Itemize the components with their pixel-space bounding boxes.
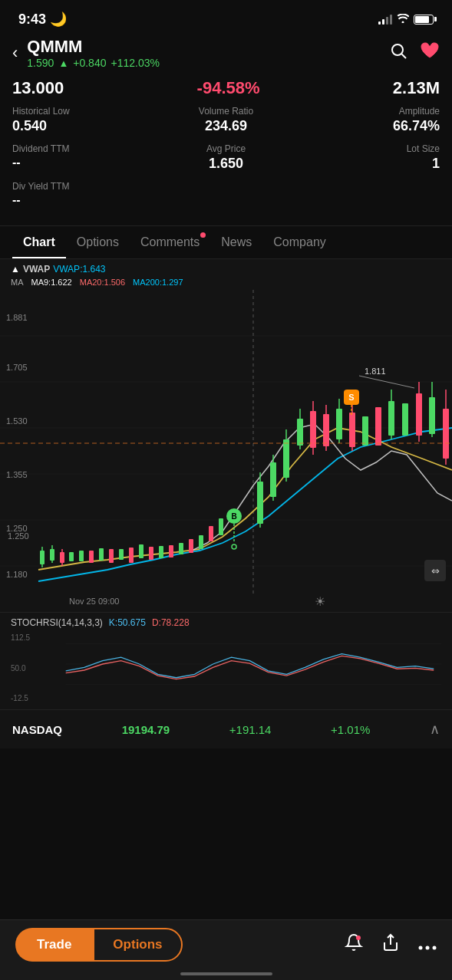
- chart-indicators: ▲ VWAP VWAP:1.643: [0, 259, 452, 276]
- stock-header: ‹ QMMM 1.590 ▲ +0.840 +112.03%: [0, 34, 452, 75]
- stochrsi-svg: [11, 630, 441, 699]
- nasdaq-name: NASDAQ: [12, 723, 62, 736]
- tab-options[interactable]: Options: [66, 226, 130, 258]
- status-time: 9:43 🌙: [18, 11, 67, 28]
- svg-text:1.705: 1.705: [6, 363, 28, 372]
- svg-rect-34: [169, 545, 173, 557]
- candlestick-chart[interactable]: 1.881 1.705 1.530 1.355 1.250 1.180: [0, 290, 452, 612]
- svg-text:1.180: 1.180: [6, 570, 28, 579]
- svg-text:1.811: 1.811: [365, 367, 386, 376]
- svg-rect-54: [402, 403, 408, 436]
- svg-point-0: [392, 44, 403, 55]
- svg-point-40: [232, 544, 236, 549]
- status-icons: [378, 14, 434, 25]
- trade-button[interactable]: Trade: [15, 928, 93, 962]
- ma200-indicator: MA200:1.297: [133, 278, 183, 287]
- stochrsi-header: STOCHRSI(14,14,3,3) K:50.675 D:78.228: [11, 617, 441, 628]
- stat-avg-price-label: Avg Price: [155, 143, 298, 154]
- svg-rect-21: [99, 548, 104, 561]
- stats-row-3: Div Yield TTM --: [12, 181, 440, 207]
- stat-volume-ratio: Volume Ratio 234.69: [155, 106, 298, 134]
- tab-bar: Chart Options Comments News Company: [0, 226, 452, 259]
- vwap-value: VWAP:1.643: [53, 264, 105, 275]
- stochrsi-name: STOCHRSI(14,14,3,3): [11, 617, 103, 628]
- options-button[interactable]: Options: [93, 928, 182, 962]
- svg-rect-19: [69, 552, 74, 561]
- stat-volume-ratio-label: Volume Ratio: [155, 106, 298, 117]
- nasdaq-pct: +1.01%: [331, 723, 370, 736]
- svg-rect-30: [89, 551, 94, 563]
- price-change-pct: +112.03%: [111, 57, 159, 69]
- price-arrow: ▲: [58, 58, 68, 69]
- nasdaq-chevron-icon[interactable]: ∧: [430, 721, 440, 738]
- back-button[interactable]: ‹: [12, 44, 18, 61]
- stat-volume-ratio-value: 234.69: [155, 118, 298, 134]
- svg-text:B: B: [231, 512, 236, 521]
- search-icon[interactable]: [389, 41, 407, 64]
- notifications-icon[interactable]: [345, 933, 363, 956]
- svg-rect-36: [209, 526, 213, 541]
- stochrsi-chart-wrapper: 112.5 50.0 -12.5: [11, 630, 441, 706]
- nasdaq-bar[interactable]: NASDAQ 19194.79 +191.14 +1.01% ∧: [0, 709, 452, 748]
- header-actions: [389, 41, 440, 64]
- stat-lot-size-label: Lot Size: [297, 143, 440, 154]
- signal-icon: [378, 14, 392, 25]
- stats-row-2: Dividend TTM -- Avg Price 1.650 Lot Size…: [12, 143, 440, 172]
- tab-news[interactable]: News: [210, 226, 262, 258]
- comments-notification-dot: [200, 232, 206, 238]
- stat-div-yield: Div Yield TTM --: [12, 181, 440, 207]
- svg-point-80: [356, 936, 361, 940]
- svg-rect-31: [109, 549, 114, 563]
- price-change: +0.840: [73, 57, 106, 69]
- tab-chart[interactable]: Chart: [12, 226, 66, 258]
- ma9-indicator: MA9:1.622: [31, 278, 72, 287]
- stat-dividend-label: Dividend TTM: [12, 143, 155, 154]
- stats-section: 13.000 -94.58% 2.13M Historical Low 0.54…: [0, 75, 452, 226]
- stochrsi-section: STOCHRSI(14,14,3,3) K:50.675 D:78.228 11…: [0, 612, 452, 709]
- svg-point-81: [419, 946, 423, 950]
- svg-rect-33: [149, 547, 153, 560]
- svg-text:S: S: [348, 393, 354, 402]
- nasdaq-value: 19194.79: [122, 723, 170, 736]
- svg-rect-32: [129, 548, 134, 563]
- stat-dividend: Dividend TTM --: [12, 143, 155, 172]
- stochrsi-y-labels: 112.5 50.0 -12.5: [11, 630, 41, 706]
- stochrsi-k: K:50.675: [109, 617, 146, 628]
- bottom-nav: Trade Options: [0, 919, 452, 980]
- tab-comments[interactable]: Comments: [130, 226, 210, 258]
- main-value-row: 13.000 -94.58% 2.13M: [12, 78, 440, 98]
- status-bar: 9:43 🌙: [0, 0, 452, 34]
- svg-text:Nov 25 09:00: Nov 25 09:00: [69, 597, 119, 606]
- svg-rect-63: [375, 407, 381, 446]
- stat-historical-low-value: 0.540: [12, 118, 155, 134]
- chart-svg: 1.881 1.705 1.530 1.355 1.250 1.180: [0, 290, 452, 612]
- ticker-symbol: QMMM: [27, 37, 160, 57]
- ma-indicators: MA MA9:1.622 MA20:1.506 MA200:1.297: [0, 276, 452, 290]
- svg-point-83: [433, 946, 437, 950]
- ticker-info: QMMM 1.590 ▲ +0.840 +112.03%: [27, 37, 160, 69]
- svg-rect-51: [362, 416, 368, 446]
- stat-div-yield-value: --: [12, 193, 440, 207]
- stat-lot-size: Lot Size 1: [297, 143, 440, 172]
- home-indicator: [180, 972, 272, 975]
- stat-amplitude-value: 66.74%: [297, 118, 440, 134]
- stat-div-yield-label: Div Yield TTM: [12, 181, 440, 192]
- main-vol: 2.13M: [393, 78, 440, 98]
- chart-expand-button[interactable]: ⇔: [424, 560, 446, 581]
- share-icon[interactable]: [381, 933, 400, 956]
- svg-text:1.530: 1.530: [6, 416, 28, 426]
- tab-company[interactable]: Company: [262, 226, 336, 258]
- vwap-indicator[interactable]: ▲ VWAP VWAP:1.643: [11, 264, 106, 275]
- svg-rect-26: [199, 535, 203, 549]
- price-row: 1.590 ▲ +0.840 +112.03%: [27, 57, 160, 69]
- stats-row-1: Historical Low 0.540 Volume Ratio 234.69…: [12, 106, 440, 134]
- trade-options-group: Trade Options: [15, 928, 183, 962]
- svg-text:1.355: 1.355: [6, 470, 28, 479]
- svg-text:1.250: 1.250: [8, 531, 29, 541]
- favorite-icon[interactable]: [420, 41, 440, 64]
- stat-avg-price-value: 1.650: [155, 156, 298, 172]
- more-icon[interactable]: [418, 935, 437, 955]
- svg-rect-24: [159, 546, 163, 558]
- stat-dividend-value: --: [12, 156, 155, 169]
- nav-icons: [345, 933, 437, 956]
